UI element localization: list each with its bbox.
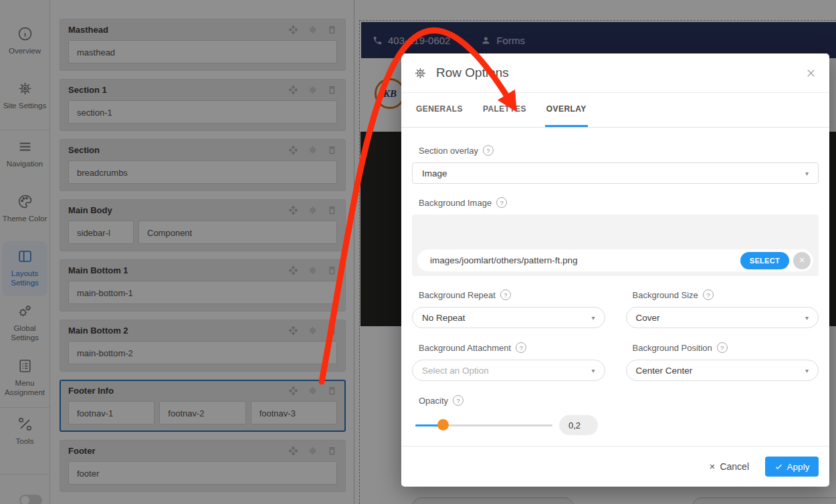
image-path-input[interactable]: images/joomlart/others/pattern-ft.png SE… — [417, 249, 813, 271]
background-repeat-select[interactable]: No Repeat ▾ — [412, 307, 605, 328]
help-icon[interactable]: ? — [500, 289, 511, 300]
image-path: images/joomlart/others/pattern-ft.png — [430, 255, 740, 265]
background-size-select[interactable]: Cover ▾ — [626, 307, 819, 328]
slider-thumb[interactable] — [437, 419, 449, 430]
background-attachment-label: Background Attachment ? — [419, 342, 605, 353]
tab-overlay[interactable]: OVERLAY — [545, 93, 588, 127]
apply-button[interactable]: Apply — [765, 457, 819, 477]
modal-tabs: GENERALS PALETTES OVERLAY — [401, 93, 829, 128]
tab-generals[interactable]: GENERALS — [415, 93, 464, 127]
opacity-label: Opacity ? — [419, 395, 819, 406]
caret-down-icon: ▾ — [805, 367, 809, 374]
background-size-label: Background Size ? — [633, 289, 819, 300]
select-image-button[interactable]: SELECT — [740, 252, 789, 269]
background-position-label: Background Position ? — [633, 342, 819, 353]
modal-header: Row Options — [401, 53, 829, 93]
help-icon[interactable]: ? — [516, 342, 526, 353]
modal-footer: ✕ Cancel Apply — [401, 446, 829, 487]
help-icon[interactable]: ? — [453, 395, 463, 406]
select-value: Image — [422, 168, 805, 178]
modal-title: Row Options — [436, 66, 805, 80]
select-value: Center Center — [636, 366, 805, 376]
background-position-select[interactable]: Center Center ▾ — [626, 360, 819, 381]
help-icon[interactable]: ? — [717, 342, 728, 353]
cancel-button[interactable]: ✕ Cancel — [709, 461, 749, 472]
close-icon: ✕ — [709, 463, 715, 471]
modal-body: Section overlay ? Image ▾ Background Ima… — [401, 128, 829, 435]
select-placeholder: Select an Option — [422, 366, 591, 376]
close-icon[interactable] — [805, 67, 817, 80]
background-size-field: Background Size ? Cover ▾ — [626, 289, 819, 328]
caret-down-icon: ▾ — [805, 170, 809, 177]
help-icon[interactable]: ? — [703, 289, 714, 300]
opacity-row: 0,2 — [415, 415, 819, 435]
tab-palettes[interactable]: PALETTES — [482, 93, 528, 127]
select-value: No Repeat — [422, 313, 591, 323]
opacity-value: 0,2 — [559, 415, 598, 435]
gear-icon — [413, 66, 427, 80]
row-options-modal: Row Options GENERALS PALETTES OVERLAY Se… — [401, 53, 829, 487]
check-icon — [774, 463, 783, 471]
background-repeat-field: Background Repeat ? No Repeat ▾ — [412, 289, 605, 328]
background-attachment-field: Background Attachment ? Select an Option… — [412, 342, 605, 381]
help-icon[interactable]: ? — [496, 197, 507, 208]
opacity-slider[interactable] — [415, 419, 552, 431]
caret-down-icon: ▾ — [591, 367, 595, 374]
caret-down-icon: ▾ — [591, 314, 595, 322]
background-attachment-select[interactable]: Select an Option ▾ — [412, 360, 605, 381]
help-icon[interactable]: ? — [483, 145, 494, 156]
background-image-preview: images/joomlart/others/pattern-ft.png SE… — [412, 215, 819, 276]
section-overlay-label: Section overlay ? — [419, 145, 819, 156]
caret-down-icon: ▾ — [805, 314, 809, 322]
select-value: Cover — [636, 313, 805, 323]
clear-image-button[interactable]: ✕ — [793, 252, 811, 269]
background-image-label: Background Image ? — [419, 197, 819, 208]
background-repeat-label: Background Repeat ? — [419, 289, 605, 300]
section-overlay-select[interactable]: Image ▾ — [412, 162, 819, 184]
background-position-field: Background Position ? Center Center ▾ — [626, 342, 819, 381]
